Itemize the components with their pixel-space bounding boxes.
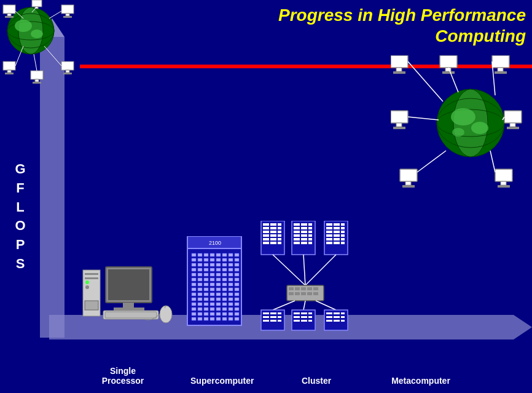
svg-rect-142 xyxy=(192,312,196,316)
svg-rect-93 xyxy=(235,278,239,281)
svg-rect-64 xyxy=(204,263,208,266)
svg-rect-293 xyxy=(495,169,512,181)
svg-rect-107 xyxy=(222,288,227,291)
svg-point-267 xyxy=(471,122,488,134)
svg-rect-124 xyxy=(229,298,233,301)
svg-rect-199 xyxy=(326,231,332,233)
label-cluster: Cluster xyxy=(295,376,338,386)
svg-rect-70 xyxy=(192,268,196,271)
svg-rect-257 xyxy=(334,316,340,318)
svg-rect-171 xyxy=(278,223,281,226)
svg-rect-202 xyxy=(326,242,332,244)
svg-rect-72 xyxy=(204,268,208,271)
svg-rect-112 xyxy=(204,293,208,296)
svg-rect-176 xyxy=(278,242,281,244)
svg-rect-184 xyxy=(301,223,307,226)
svg-rect-275 xyxy=(442,71,455,74)
svg-rect-178 xyxy=(294,223,300,226)
svg-rect-236 xyxy=(270,312,276,314)
svg-rect-68 xyxy=(229,263,233,266)
svg-rect-30 xyxy=(85,273,98,275)
svg-rect-66 xyxy=(216,263,221,266)
svg-rect-85 xyxy=(235,273,239,276)
svg-rect-244 xyxy=(294,316,300,318)
svg-rect-73 xyxy=(210,268,214,271)
svg-rect-181 xyxy=(294,234,300,237)
svg-rect-12 xyxy=(63,16,72,18)
svg-rect-277 xyxy=(492,55,509,68)
svg-rect-291 xyxy=(402,185,415,188)
svg-rect-209 xyxy=(341,223,345,226)
svg-rect-120 xyxy=(204,298,208,301)
svg-rect-132 xyxy=(229,303,233,306)
svg-rect-295 xyxy=(498,185,510,188)
svg-rect-253 xyxy=(326,312,332,314)
svg-rect-143 xyxy=(198,312,202,316)
svg-rect-153 xyxy=(210,317,214,320)
svg-rect-51 xyxy=(222,253,227,256)
svg-rect-116 xyxy=(229,293,233,296)
svg-rect-89 xyxy=(210,278,214,281)
svg-rect-36 xyxy=(108,269,149,300)
svg-rect-169 xyxy=(270,238,276,240)
svg-rect-193 xyxy=(308,234,312,237)
svg-rect-167 xyxy=(270,231,276,233)
svg-rect-226 xyxy=(301,292,306,295)
svg-rect-34 xyxy=(85,301,98,310)
svg-line-215 xyxy=(273,255,305,285)
svg-rect-213 xyxy=(341,238,345,240)
svg-rect-173 xyxy=(278,231,281,233)
svg-rect-254 xyxy=(326,316,332,318)
svg-rect-76 xyxy=(229,268,233,271)
svg-rect-57 xyxy=(210,258,214,261)
svg-rect-105 xyxy=(210,288,214,291)
svg-rect-221 xyxy=(301,287,306,290)
svg-rect-137 xyxy=(210,308,214,311)
svg-rect-273 xyxy=(440,55,457,68)
svg-rect-59 xyxy=(222,258,227,261)
svg-rect-287 xyxy=(507,127,519,129)
svg-rect-214 xyxy=(341,242,345,244)
svg-rect-106 xyxy=(216,288,221,291)
svg-rect-11 xyxy=(66,14,69,16)
svg-rect-7 xyxy=(7,14,11,16)
svg-rect-52 xyxy=(229,253,233,256)
svg-rect-283 xyxy=(393,127,405,129)
label-supercomputer: Supercomputer xyxy=(190,376,246,386)
svg-rect-53 xyxy=(235,253,239,256)
y-axis-label: GFLOPS xyxy=(11,160,29,274)
svg-rect-77 xyxy=(235,268,239,271)
label-single-processor: SingleProcessor xyxy=(98,366,147,386)
svg-rect-16 xyxy=(5,73,14,74)
svg-rect-117 xyxy=(235,293,239,296)
svg-rect-245 xyxy=(294,320,300,322)
svg-rect-133 xyxy=(235,303,239,306)
svg-rect-158 xyxy=(261,221,284,255)
svg-rect-183 xyxy=(294,242,300,244)
svg-rect-31 xyxy=(85,277,98,279)
cluster-icon xyxy=(258,221,353,331)
svg-rect-47 xyxy=(198,253,202,256)
svg-rect-131 xyxy=(222,303,227,306)
svg-rect-84 xyxy=(229,273,233,276)
svg-rect-159 xyxy=(263,223,269,226)
svg-rect-182 xyxy=(294,238,300,240)
svg-rect-164 xyxy=(263,242,269,244)
svg-rect-14 xyxy=(3,62,15,70)
svg-rect-235 xyxy=(263,320,269,322)
svg-rect-270 xyxy=(396,68,402,71)
svg-rect-279 xyxy=(495,71,507,74)
svg-rect-224 xyxy=(289,292,294,295)
svg-rect-54 xyxy=(192,258,196,261)
svg-rect-90 xyxy=(216,278,221,281)
svg-rect-177 xyxy=(292,221,315,255)
svg-rect-88 xyxy=(204,278,208,281)
svg-point-41 xyxy=(160,306,172,323)
svg-rect-58 xyxy=(216,258,221,261)
svg-rect-62 xyxy=(192,263,196,266)
svg-line-296 xyxy=(490,151,495,172)
svg-rect-18 xyxy=(31,71,43,79)
svg-rect-92 xyxy=(229,278,233,281)
svg-rect-246 xyxy=(301,312,307,314)
svg-rect-139 xyxy=(222,308,227,311)
